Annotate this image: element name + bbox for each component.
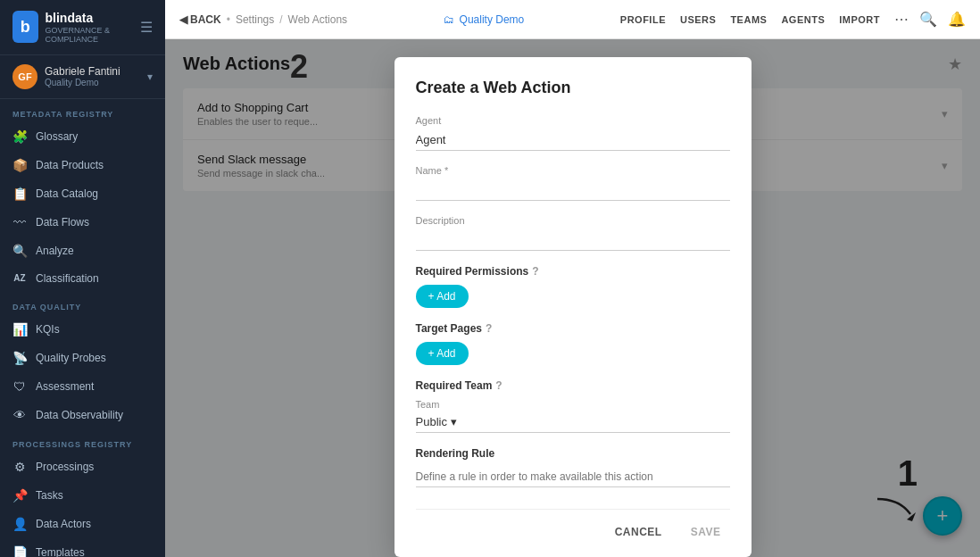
user-chevron-icon: ▾ <box>147 71 153 83</box>
sidebar-item-classification[interactable]: AZ Classification <box>0 265 165 292</box>
sidebar-item-data-products[interactable]: 📦 Data Products <box>0 151 165 179</box>
sidebar-item-data-catalog[interactable]: 📋 Data Catalog <box>0 179 165 208</box>
required-permissions-field: Required Permissions ? + Add <box>416 265 730 308</box>
sidebar-item-label: Data Catalog <box>36 187 98 200</box>
sidebar-item-label: Glossary <box>36 130 78 143</box>
user-info: Gabriele Fantini Quality Demo <box>45 65 140 87</box>
team-select-label: Team <box>416 399 730 410</box>
actors-icon: 👤 <box>12 517 27 531</box>
sidebar-section-metadata: METADATA REGISTRY <box>0 99 165 122</box>
topnav-import[interactable]: IMPORT <box>839 14 880 25</box>
sidebar-item-analyze[interactable]: 🔍 Analyze <box>0 237 165 265</box>
rendering-rule-input[interactable] <box>416 467 730 487</box>
topnav-profile[interactable]: PROFILE <box>620 14 666 25</box>
topnav-icons: ⋯ 🔍 🔔 <box>894 11 966 28</box>
sidebar-item-glossary[interactable]: 🧩 Glossary <box>0 122 165 151</box>
topnav: ◀ BACK • Settings / Web Actions 🗂 Qualit… <box>165 0 980 39</box>
sidebar-item-label: Classification <box>36 272 99 285</box>
logo-text: blindata <box>46 11 141 26</box>
assessment-icon: 🛡 <box>12 379 27 394</box>
sidebar-section-quality: DATA QUALITY <box>0 292 165 315</box>
topnav-teams[interactable]: TEAMS <box>730 14 767 25</box>
puzzle-icon: 🧩 <box>12 129 27 144</box>
sidebar-item-data-flows[interactable]: 〰 Data Flows <box>0 208 165 237</box>
box-icon: 📦 <box>12 158 27 172</box>
classification-icon: AZ <box>12 273 27 283</box>
sidebar-item-label: Data Products <box>36 159 104 171</box>
sidebar-item-label: Data Actors <box>36 518 91 530</box>
add-permissions-button[interactable]: + Add <box>416 285 469 308</box>
templates-icon: 📄 <box>12 545 27 557</box>
analyze-icon: 🔍 <box>12 244 27 258</box>
kqi-icon: 📊 <box>12 322 27 337</box>
modal-title: Create a Web Action <box>416 79 730 97</box>
name-input[interactable] <box>416 179 730 201</box>
user-section[interactable]: GF Gabriele Fantini Quality Demo ▾ <box>0 55 165 99</box>
brand-name: Quality Demo <box>460 13 525 26</box>
topnav-brand: 🗂 Quality Demo <box>361 13 606 26</box>
required-permissions-label: Required Permissions ? <box>416 265 730 278</box>
flows-icon: 〰 <box>12 215 27 229</box>
page-area: Web Actions ★ 2 Add to Shopping Cart Ena… <box>165 39 980 557</box>
breadcrumb-web-actions[interactable]: Web Actions <box>288 13 347 26</box>
team-help-icon[interactable]: ? <box>495 379 502 392</box>
target-pages-label: Target Pages ? <box>416 322 730 335</box>
modal-overlay: Create a Web Action Agent Name * Descrip… <box>165 39 980 557</box>
observability-icon: 👁 <box>12 408 27 422</box>
agent-label: Agent <box>416 115 730 126</box>
agent-input[interactable] <box>416 129 730 151</box>
description-label: Description <box>416 215 730 226</box>
rendering-rule-field: Rendering Rule <box>416 447 730 487</box>
sidebar-item-data-observability[interactable]: 👁 Data Observability <box>0 401 165 429</box>
topnav-agents[interactable]: AGENTS <box>781 14 825 25</box>
back-arrow-icon: ◀ <box>179 13 187 26</box>
sidebar-item-label: Data Flows <box>36 216 89 229</box>
team-select[interactable]: Public ▾ <box>416 412 730 433</box>
team-dropdown-icon: ▾ <box>451 415 457 428</box>
breadcrumb-nav: ◀ BACK • Settings / Web Actions <box>179 13 347 26</box>
processings-icon: ⚙ <box>12 460 27 474</box>
logo-icon: b <box>12 11 38 43</box>
save-button[interactable]: SAVE <box>682 520 730 544</box>
sidebar-item-tasks[interactable]: 📌 Tasks <box>0 481 165 510</box>
agent-field: Agent <box>416 115 730 151</box>
user-name: Gabriele Fantini <box>45 65 140 78</box>
create-web-action-modal: Create a Web Action Agent Name * Descrip… <box>394 57 752 557</box>
sidebar: b blindata GOVERNANCE & COMPLIANCE ☰ GF … <box>0 0 165 557</box>
sidebar-item-quality-probes[interactable]: 📡 Quality Probes <box>0 344 165 372</box>
sidebar-item-label: Templates <box>36 546 85 557</box>
cancel-button[interactable]: CANCEL <box>606 520 671 544</box>
brand-grid-icon: 🗂 <box>444 13 454 26</box>
tasks-icon: 📌 <box>12 488 27 503</box>
sidebar-item-kqis[interactable]: 📊 KQIs <box>0 315 165 344</box>
more-icon[interactable]: ⋯ <box>894 11 909 28</box>
catalog-icon: 📋 <box>12 187 27 201</box>
sidebar-item-data-actors[interactable]: 👤 Data Actors <box>0 510 165 538</box>
sidebar-header: b blindata GOVERNANCE & COMPLIANCE ☰ <box>0 0 165 55</box>
sidebar-item-templates[interactable]: 📄 Templates <box>0 538 165 557</box>
probe-icon: 📡 <box>12 351 27 365</box>
topnav-users[interactable]: USERS <box>680 14 716 25</box>
permissions-help-icon[interactable]: ? <box>532 265 538 278</box>
add-pages-button[interactable]: + Add <box>416 342 469 365</box>
target-pages-field: Target Pages ? + Add <box>416 322 730 365</box>
bell-icon[interactable]: 🔔 <box>948 11 966 28</box>
sidebar-item-label: KQIs <box>36 323 60 336</box>
logo-area: b blindata GOVERNANCE & COMPLIANCE <box>12 11 140 44</box>
sidebar-item-processings[interactable]: ⚙ Processings <box>0 453 165 481</box>
sidebar-section-processings: PROCESSINGS REGISTRY <box>0 429 165 453</box>
sidebar-item-label: Analyze <box>36 245 74 257</box>
sidebar-menu-icon[interactable]: ☰ <box>140 19 153 36</box>
avatar: GF <box>12 64 37 89</box>
description-input[interactable] <box>416 229 730 251</box>
sidebar-item-label: Data Observability <box>36 409 123 421</box>
sidebar-item-label: Quality Probes <box>36 352 106 364</box>
search-icon[interactable]: 🔍 <box>919 11 937 28</box>
back-button[interactable]: ◀ BACK <box>179 13 221 26</box>
required-team-label: Required Team ? <box>416 379 730 392</box>
main-content: ◀ BACK • Settings / Web Actions 🗂 Qualit… <box>165 0 980 557</box>
sidebar-item-assessment[interactable]: 🛡 Assessment <box>0 372 165 401</box>
sidebar-item-label: Processings <box>36 461 94 473</box>
target-pages-help-icon[interactable]: ? <box>486 322 492 335</box>
breadcrumb-settings[interactable]: Settings <box>236 13 274 26</box>
